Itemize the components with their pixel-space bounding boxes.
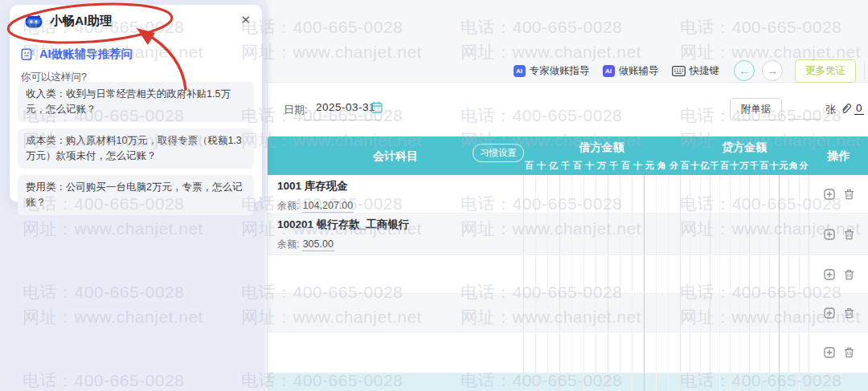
date-value[interactable]: 2025-03-31 (316, 101, 375, 113)
add-row-icon[interactable] (824, 269, 835, 280)
suggestion-list: 收入类：收到与日常经营相关的政府补贴1.5万元，怎么记账？成本类：购入原材料10… (18, 82, 254, 222)
debit-amount-cell[interactable] (523, 294, 680, 332)
delete-row-icon[interactable] (844, 229, 854, 240)
debit-amount-cell[interactable] (523, 373, 680, 391)
voucher-row (268, 255, 868, 294)
shortcut-keys-label: 快捷键 (690, 64, 720, 78)
debit-amount-cell[interactable] (523, 175, 680, 213)
voucher-card: 日期: 2025-03-31 附单据 张 0 会计科目 习惯设置 借方金额 百十… (267, 83, 868, 391)
operation-cell (809, 214, 868, 255)
debit-amount-cell[interactable] (523, 214, 680, 255)
shortcut-keys-button[interactable]: 快捷键 (672, 64, 720, 78)
add-row-icon[interactable] (824, 229, 835, 240)
credit-column-header: 贷方金额 (680, 136, 809, 157)
paperclip-icon[interactable] (840, 102, 852, 115)
habit-settings-button[interactable]: 习惯设置 (473, 144, 524, 162)
account-cell[interactable]: 1001 库存现金余额: 104,207.00 (268, 175, 523, 213)
account-balance: 余额: 305.00 (277, 238, 523, 251)
voucher-date-row: 日期: 2025-03-31 附单据 张 0 (268, 83, 868, 136)
delete-row-icon[interactable] (844, 189, 854, 200)
attachment-count-input[interactable] (788, 119, 821, 120)
credit-amount-cell[interactable] (680, 255, 809, 293)
debit-digit-columns: 百十亿千百十万千百十元角分 (523, 158, 680, 173)
account-cell[interactable]: 100201 银行存款_工商银行余额: 305.00 (268, 214, 523, 255)
total-row-partial (268, 373, 868, 391)
keyboard-icon (672, 66, 686, 76)
attach-document-button[interactable]: 附单据 (730, 98, 782, 120)
credit-amount-cell[interactable] (680, 175, 809, 213)
credit-amount-cell[interactable] (680, 332, 809, 373)
ai-assistant-panel: 小畅AI助理 ✕ AI做账辅导推荐问 你可以这样问? 收入类：收到与日常经营相关… (0, 0, 265, 391)
operation-cell (809, 175, 868, 213)
bookkeeping-coach-label: 做账辅导 (619, 64, 659, 78)
suggestion-item[interactable]: 收入类：收到与日常经营相关的政府补贴1.5万元，怎么记账？ (18, 82, 254, 122)
voucher-toolbar: AI 专家做账指导 AI 做账辅导 快捷键 ← → 更多凭证 (501, 59, 867, 82)
assistant-robot-icon (24, 14, 43, 29)
attachment-unit-label: 张 (825, 103, 836, 117)
attachment-count-link[interactable]: 0 (854, 102, 864, 115)
credit-amount-cell[interactable] (680, 373, 809, 391)
operation-cell (809, 332, 868, 373)
operation-cell (809, 255, 868, 293)
voucher-row: 1001 库存现金余额: 104,207.00 (268, 175, 868, 214)
previous-voucher-button[interactable]: ← (734, 60, 755, 81)
voucher-row (268, 332, 868, 373)
credit-digit-columns: 百十亿千百十万千百十元角分 (680, 158, 809, 173)
assistant-title: 小畅AI助理 (50, 13, 113, 30)
account-cell[interactable] (268, 294, 523, 332)
account-name: 1001 库存现金 (277, 179, 523, 193)
suggestion-item[interactable]: 成本类：购入原材料10万元，取得专票（税额1.3万元）款项未付，怎么记账？ (18, 128, 254, 169)
operation-column-header: 操作 (809, 136, 868, 175)
expert-guide-button[interactable]: AI 专家做账指导 (514, 64, 590, 78)
expert-guide-label: 专家做账指导 (530, 64, 590, 78)
date-label: 日期: (284, 103, 308, 117)
next-voucher-button[interactable]: → (762, 60, 783, 81)
debit-column-header: 借方金额 (523, 136, 680, 157)
date-input-underline (304, 120, 380, 120)
voucher-row (268, 294, 868, 332)
account-balance: 余额: 104,207.00 (277, 199, 523, 213)
voucher-row: 100201 银行存款_工商银行余额: 305.00 (268, 214, 868, 255)
ai-icon: AI (514, 65, 526, 77)
calendar-icon[interactable] (371, 101, 383, 113)
add-row-icon[interactable] (824, 189, 835, 200)
account-cell[interactable] (268, 332, 523, 373)
ai-icon: AI (603, 65, 615, 77)
more-vouchers-button[interactable]: 更多凭证 (795, 59, 856, 83)
recommended-questions-title: AI做账辅导推荐问 (39, 47, 133, 62)
add-row-icon[interactable] (824, 347, 835, 358)
ai-coach-icon (21, 47, 35, 61)
credit-amount-cell[interactable] (680, 214, 809, 255)
ai-assistant-card: 小畅AI助理 ✕ AI做账辅导推荐问 你可以这样问? 收入类：收到与日常经营相关… (10, 5, 262, 202)
voucher-table-header: 会计科目 习惯设置 借方金额 百十亿千百十万千百十元角分 贷方金额 百十亿千百十… (268, 136, 868, 175)
suggestion-item[interactable]: 费用类：公司购买一台电脑2万元，专票，怎么记账？ (18, 175, 254, 215)
close-icon[interactable]: ✕ (240, 13, 251, 27)
delete-row-icon[interactable] (844, 308, 854, 319)
voucher-rows: 1001 库存现金余额: 104,207.00 100201 银行存款_工商银行… (268, 175, 868, 391)
add-row-icon[interactable] (824, 308, 835, 319)
debit-amount-cell[interactable] (523, 332, 680, 373)
account-cell[interactable] (268, 255, 523, 293)
delete-row-icon[interactable] (844, 347, 854, 358)
bookkeeping-coach-button[interactable]: AI 做账辅导 (603, 64, 659, 78)
credit-amount-cell[interactable] (680, 294, 809, 332)
operation-cell (809, 294, 868, 332)
delete-row-icon[interactable] (844, 269, 854, 280)
debit-amount-cell[interactable] (523, 255, 680, 293)
toolbar-divider (864, 61, 865, 80)
account-name: 100201 银行存款_工商银行 (277, 218, 523, 232)
